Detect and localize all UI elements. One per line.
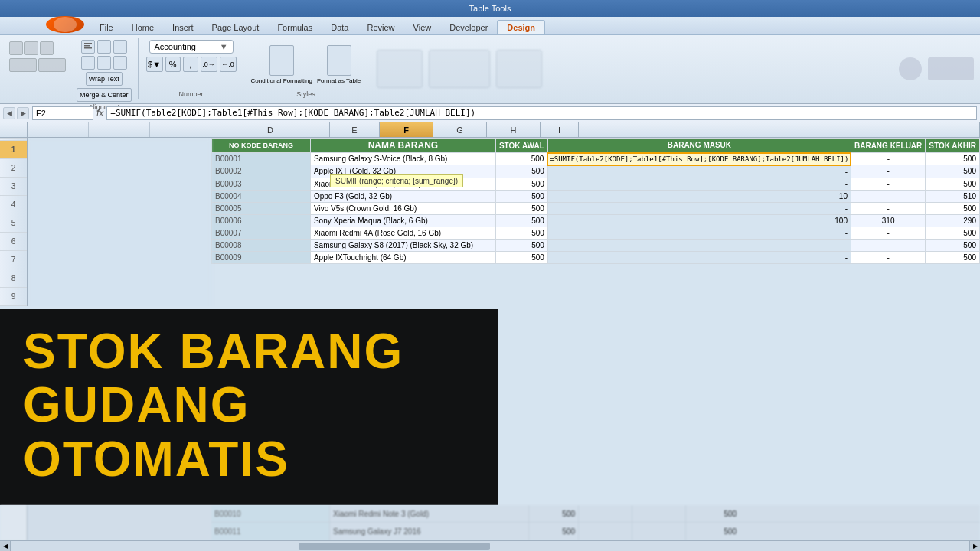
tab-view[interactable]: View (404, 21, 441, 34)
cell-kode[interactable]: B00005 (212, 202, 311, 214)
nav-prev-button[interactable]: ◀ (3, 107, 15, 119)
format-as-table-button[interactable]: Format as Table (317, 45, 361, 84)
cell-barang-masuk[interactable]: - (547, 239, 851, 251)
scroll-left-button[interactable]: ◀ (0, 541, 11, 552)
scrollbar-track[interactable] (11, 541, 969, 552)
cell-stok-akhir[interactable]: 500 (926, 165, 980, 178)
cell-kode[interactable]: B00009 (212, 251, 311, 263)
wrap-text-button[interactable]: Wrap Text (86, 72, 122, 86)
cell-barang-masuk[interactable]: - (547, 165, 851, 178)
comma-button[interactable]: , (183, 57, 198, 72)
align-right-button[interactable] (113, 56, 127, 70)
align-top-button[interactable] (81, 40, 95, 54)
col-header-h[interactable]: H (487, 122, 541, 137)
cell-kode[interactable]: B00006 (212, 214, 311, 227)
cell-name[interactable]: Oppo F3 (Gold, 32 Gb) (310, 190, 495, 202)
title-overlay-line1: STOK BARANG (23, 324, 475, 378)
cell-stok-akhir[interactable]: 510 (926, 190, 980, 202)
cell-kode[interactable]: B00002 (212, 165, 311, 178)
col-header-g[interactable]: G (433, 122, 487, 137)
cell-stok-akhir[interactable]: 500 (926, 227, 980, 239)
cell-barang-masuk[interactable]: - (547, 227, 851, 239)
align-left-button[interactable] (81, 56, 95, 70)
cell-stok-awal[interactable]: 500 (495, 239, 547, 251)
cell-barang-masuk[interactable]: - (547, 178, 851, 190)
align-bottom-button[interactable] (113, 40, 127, 54)
cell-name[interactable]: Samsung Galaxy S-Voice (Black, 8 Gb) (310, 153, 495, 165)
cell-barang-masuk[interactable]: - (547, 202, 851, 214)
cell-barang-keluar[interactable]: - (851, 190, 925, 202)
row-num-4: 4 (0, 196, 27, 214)
cell-stok-awal[interactable]: 500 (495, 214, 547, 227)
increase-decimal-button[interactable]: .0→ (201, 57, 217, 72)
cell-barang-masuk[interactable]: - (547, 251, 851, 263)
cell-kode[interactable]: B00003 (212, 178, 311, 190)
title-bar-text: Table Tools (469, 4, 511, 13)
cell-kode[interactable]: B00008 (212, 239, 311, 251)
cell-barang-keluar[interactable]: - (851, 239, 925, 251)
col-header-e[interactable]: E (330, 122, 380, 137)
col-header-d[interactable]: D (211, 122, 330, 137)
cell-kode[interactable]: B00007 (212, 227, 311, 239)
nav-next-button[interactable]: ▶ (17, 107, 29, 119)
col-header-i[interactable]: I (541, 122, 579, 137)
cell-stok-akhir[interactable]: 290 (926, 214, 980, 227)
cell-stok-akhir[interactable]: 500 (926, 202, 980, 214)
header-barang-keluar: BARANG KELUAR (851, 139, 925, 153)
ribbon-styles-group: Conditional Formatting Format as Table S… (245, 38, 368, 99)
formula-input[interactable]: =SUMIF(Table2[KODE];Table1[#This Row];[K… (106, 106, 977, 120)
number-format-dropdown[interactable]: Accounting ▼ (149, 40, 234, 54)
tab-home[interactable]: Home (122, 21, 163, 34)
scroll-right-button[interactable]: ▶ (969, 541, 980, 552)
cell-name[interactable]: Xiaomi Redmi 4A (Rose Gold, 16 Gb) (310, 227, 495, 239)
tab-design[interactable]: Design (497, 20, 545, 34)
cell-kode[interactable]: B00004 (212, 190, 311, 202)
cell-stok-akhir[interactable]: 500 (926, 178, 980, 190)
cell-barang-masuk[interactable]: =SUMIF(Table2[KODE];Table1[#This Row];[K… (547, 153, 851, 165)
cell-barang-keluar[interactable]: - (851, 202, 925, 214)
align-center-button[interactable] (97, 56, 111, 70)
cell-barang-keluar[interactable]: - (851, 153, 925, 165)
row-num-2: 2 (0, 159, 27, 178)
decrease-decimal-button[interactable]: ←.0 (220, 57, 237, 72)
cell-reference-box[interactable]: F2 (32, 106, 93, 120)
cell-stok-akhir[interactable]: 500 (926, 251, 980, 263)
tab-insert[interactable]: Insert (163, 21, 203, 34)
tab-developer[interactable]: Developer (440, 21, 497, 34)
tab-formulas[interactable]: Formulas (268, 21, 322, 34)
percent-button[interactable]: % (165, 57, 181, 72)
col-header-f[interactable]: F (380, 122, 433, 137)
cell-barang-masuk[interactable]: 100 (547, 214, 851, 227)
tab-page-layout[interactable]: Page Layout (203, 21, 269, 34)
cell-name[interactable]: Apple IXTouchright (64 Gb) (310, 251, 495, 263)
cell-barang-keluar[interactable]: - (851, 165, 925, 178)
cell-barang-keluar[interactable]: - (851, 251, 925, 263)
cell-stok-awal[interactable]: 500 (495, 227, 547, 239)
cell-stok-awal[interactable]: 500 (495, 153, 547, 165)
cell-name[interactable]: Samsung Galaxy S8 (2017) (Black Sky, 32 … (310, 239, 495, 251)
header-stok-awal: STOK AWAL (495, 139, 547, 153)
conditional-formatting-button[interactable]: Conditional Formatting (251, 45, 312, 84)
cell-name[interactable]: Sony Xperia Maqua (Black, 6 Gb) (310, 214, 495, 227)
cell-stok-akhir[interactable]: 500 (926, 239, 980, 251)
align-middle-button[interactable] (97, 40, 111, 54)
tab-file[interactable]: File (90, 21, 122, 34)
cell-barang-keluar[interactable]: 310 (851, 214, 925, 227)
cell-stok-awal[interactable]: 500 (495, 190, 547, 202)
cell-stok-awal[interactable]: 500 (495, 165, 547, 178)
cell-barang-masuk[interactable]: 10 (547, 190, 851, 202)
cell-kode[interactable]: B00001 (212, 153, 311, 165)
tab-review[interactable]: Review (358, 21, 403, 34)
tab-data[interactable]: Data (322, 21, 358, 34)
cell-stok-akhir[interactable]: 500 (926, 153, 980, 165)
currency-button[interactable]: $▼ (146, 57, 163, 72)
cell-barang-keluar[interactable]: - (851, 227, 925, 239)
cell-stok-awal[interactable]: 500 (495, 251, 547, 263)
table-row: B00003 Xiaomi Redmi 4A (Gold, 16 Gb) 500… (212, 178, 980, 190)
cell-stok-awal[interactable]: 500 (495, 202, 547, 214)
cell-barang-keluar[interactable]: - (851, 178, 925, 190)
header-name: NAMA BARANG (310, 139, 495, 153)
cell-name[interactable]: Vivo V5s (Crown Gold, 16 Gb) (310, 202, 495, 214)
merge-center-button[interactable]: Merge & Center (77, 88, 132, 102)
cell-stok-awal[interactable]: 500 (495, 178, 547, 190)
